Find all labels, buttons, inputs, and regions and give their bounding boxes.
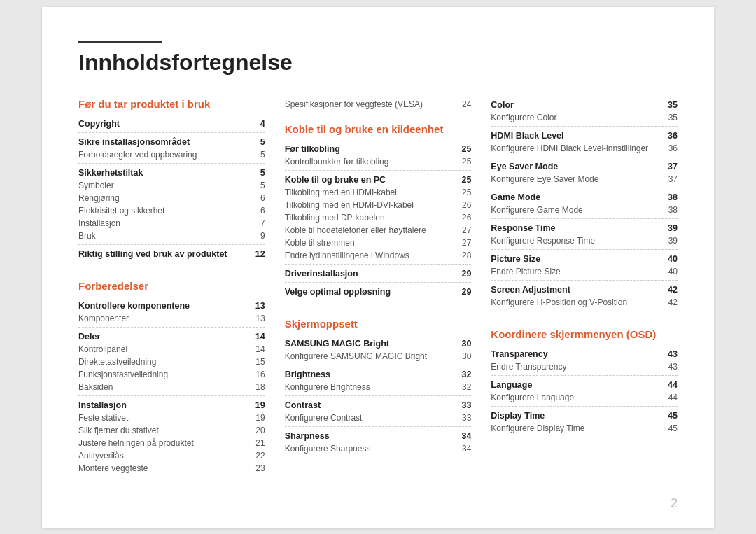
entry-label: Copyright	[78, 117, 246, 130]
entry-page: 32	[451, 367, 471, 381]
entry-label: Antityverilås	[78, 449, 241, 462]
list-item: Sikre installasjonsområdet5	[78, 135, 265, 148]
list-item: Forholdsregler ved oppbevaring5	[78, 148, 265, 161]
list-item: Konﬁgurere Game Mode38	[491, 204, 678, 216]
entry-page: 5	[246, 135, 265, 148]
entry-page: 42	[659, 283, 678, 296]
section-forberedelser: Forberedelser Kontrollere komponentene13…	[78, 280, 265, 475]
entry-label: Bruk	[78, 230, 246, 242]
entry-page: 23	[241, 462, 265, 475]
entry-label: Funksjonstastveiledning	[78, 368, 241, 381]
vesa-entry: Spesiﬁkasjoner for veggfeste (VESA) 24	[285, 98, 472, 111]
entry-page: 27	[451, 224, 471, 237]
section-heading-2: Forberedelser	[78, 280, 265, 292]
entry-page: 43	[650, 347, 678, 360]
entry-page: 6	[246, 192, 265, 204]
entry-page: 36	[659, 129, 678, 142]
entry-page: 15	[241, 356, 265, 368]
list-item: Tilkobling med en HDMI-kabel25	[285, 186, 472, 199]
entry-page: 27	[451, 237, 471, 249]
list-item: Koble til strømmen27	[285, 237, 472, 249]
list-item: Velge optimal oppløsning29	[285, 285, 472, 298]
vesa-label: Spesiﬁkasjoner for veggfeste (VESA)	[285, 98, 451, 111]
entry-label: Baksiden	[78, 381, 241, 393]
list-item: Sharpness34	[285, 429, 472, 442]
entry-page: 9	[246, 230, 265, 242]
entry-page: 28	[451, 249, 471, 262]
entry-label: Koble til hodetelefoner eller høyttalere	[285, 224, 451, 237]
section6-table: Transparency43Endre Transparency43Langua…	[491, 347, 678, 435]
list-item: Antityverilås22	[78, 449, 265, 462]
entry-page: 37	[659, 173, 678, 185]
entry-label: Konﬁgurere Game Mode	[491, 204, 659, 216]
list-item: Response Time39	[491, 221, 678, 234]
entry-label: Kontrollere komponentene	[78, 299, 241, 312]
entry-label: Installasjon	[78, 398, 241, 412]
section1-table: Copyright4Sikre installasjonsområdet5For…	[78, 117, 265, 260]
list-item: Konﬁgurere Response Time39	[491, 234, 678, 247]
entry-label: Konﬁgurere H-Position og V-Position	[491, 296, 659, 309]
list-item: Komponenter13	[78, 312, 265, 325]
entry-label: Konﬁgurere Contrast	[285, 412, 452, 424]
list-item: Game Mode38	[491, 190, 678, 204]
column-2: Spesiﬁkasjoner for veggfeste (VESA) 24 K…	[285, 98, 491, 494]
entry-label: Tilkobling med en HDMI-DVI-kabel	[285, 199, 451, 211]
list-item: Installasjon7	[78, 217, 265, 230]
entry-page: 19	[241, 412, 265, 424]
list-item: Koble til og bruke en PC25	[285, 173, 472, 186]
list-item: Rengjøring6	[78, 192, 265, 204]
list-item: Symboler5	[78, 179, 265, 192]
entry-page: 34	[451, 442, 471, 455]
entry-label: Brightness	[285, 367, 452, 381]
entry-page: 40	[659, 252, 678, 265]
entry-page: 42	[659, 296, 678, 309]
list-item: Tilkobling med DP-kabelen26	[285, 211, 472, 224]
list-item: Kontrollpunkter før tilkobling25	[285, 155, 472, 168]
entry-page: 13	[241, 299, 265, 312]
entry-page: 13	[241, 312, 265, 325]
entry-page: 16	[241, 368, 265, 381]
entry-page: 19	[241, 398, 265, 412]
entry-page: 12	[246, 247, 265, 260]
entry-page: 38	[659, 204, 678, 216]
toc-columns: Før du tar produktet i bruk Copyright4Si…	[78, 98, 678, 494]
list-item: Transparency43	[491, 347, 678, 360]
list-item: Bruk9	[78, 230, 265, 242]
entry-page: 30	[451, 350, 471, 363]
entry-page: 25	[451, 155, 471, 168]
entry-label: Feste stativet	[78, 412, 241, 424]
entry-page: 5	[246, 148, 265, 161]
column-1: Før du tar produktet i bruk Copyright4Si…	[78, 98, 285, 494]
entry-page: 43	[650, 360, 678, 373]
entry-label: Response Time	[491, 221, 659, 234]
entry-label: Contrast	[285, 398, 452, 412]
entry-label: Konﬁgurere Display Time	[491, 422, 649, 435]
section-heading-3: Koble til og bruke en kildeenhet	[285, 123, 472, 135]
entry-label: Konﬁgurere SAMSUNG MAGIC Bright	[285, 350, 452, 363]
entry-label: Sikre installasjonsområdet	[78, 135, 246, 148]
section3-table: Før tilkobling25Kontrollpunkter før tilk…	[285, 142, 472, 298]
entry-page: 35	[659, 98, 678, 111]
entry-label: Koble til og bruke en PC	[285, 173, 451, 186]
entry-label: Transparency	[491, 347, 649, 360]
list-item: Konﬁgurere Language44	[491, 391, 678, 404]
entry-label: Justere helningen på produktet	[78, 437, 241, 449]
section-heading-4: Skjermoppsett	[285, 318, 472, 330]
list-item: Før tilkobling25	[285, 142, 472, 155]
entry-page: 44	[650, 391, 678, 404]
list-item: Color35	[491, 98, 678, 111]
list-item: Montere veggfeste23	[78, 462, 265, 475]
title-bar	[78, 41, 162, 43]
entry-page: 44	[650, 378, 678, 391]
list-item: Baksiden18	[78, 381, 265, 393]
entry-page: 39	[659, 234, 678, 247]
list-item: Elektrisitet og sikkerhet6	[78, 204, 265, 217]
column-3: Color35Konﬁgurere Color35HDMI Black Leve…	[491, 98, 678, 494]
entry-label: Sharpness	[285, 429, 452, 442]
entry-label: Endre lydinnstillingene i Windows	[285, 249, 451, 262]
entry-page: 18	[241, 381, 265, 393]
list-item: HDMI Black Level36	[491, 129, 678, 142]
entry-page: 33	[451, 398, 471, 412]
list-item: Riktig stilling ved bruk av produktet12	[78, 247, 265, 260]
list-item: Konﬁgurere Brightness32	[285, 381, 472, 393]
